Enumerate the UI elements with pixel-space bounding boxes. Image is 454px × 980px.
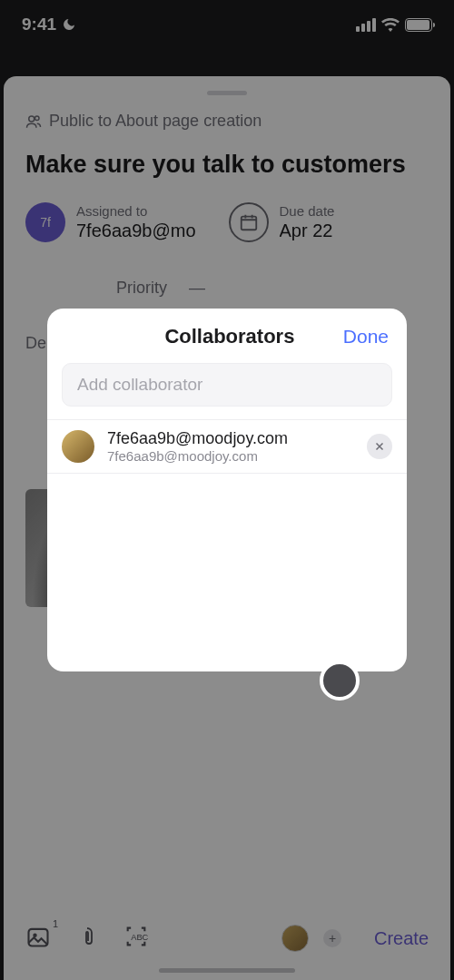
modal-title: Collaborators <box>116 325 343 348</box>
close-icon <box>374 441 385 452</box>
collaborator-list: 7fe6aa9b@moodjoy.com 7fe6aa9b@moodjoy.co… <box>47 419 407 474</box>
done-button[interactable]: Done <box>343 326 389 348</box>
add-collaborator-input[interactable] <box>62 363 392 407</box>
collaborator-name: 7fe6aa9b@moodjoy.com <box>107 429 354 448</box>
collaborator-email: 7fe6aa9b@moodjoy.com <box>107 448 354 464</box>
collaborators-modal: Collaborators Done 7fe6aa9b@moodjoy.com … <box>47 309 407 671</box>
modal-header: Collaborators Done <box>47 325 407 363</box>
collaborator-row[interactable]: 7fe6aa9b@moodjoy.com 7fe6aa9b@moodjoy.co… <box>47 420 407 474</box>
avatar <box>62 430 94 463</box>
remove-collaborator-button[interactable] <box>367 434 392 459</box>
touch-indicator <box>320 661 360 701</box>
